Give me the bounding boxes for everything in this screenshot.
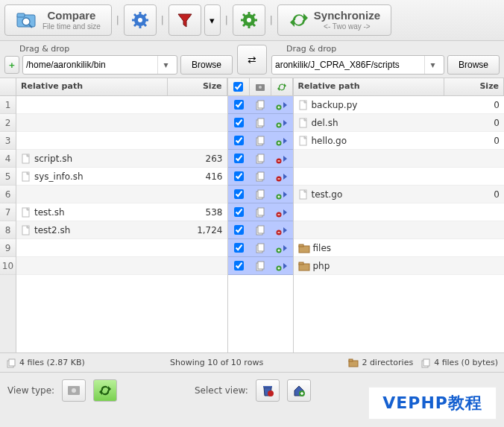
right-header-size[interactable]: Size: [444, 78, 504, 95]
right-path-combo[interactable]: ▾: [271, 55, 444, 75]
view-action-button[interactable]: [93, 379, 117, 402]
table-row[interactable]: hello.go0: [294, 132, 505, 150]
action-cell[interactable]: [271, 118, 293, 128]
select-delete-button[interactable]: [256, 379, 280, 402]
row-number[interactable]: 6: [0, 186, 16, 203]
filter-dropdown[interactable]: ▾: [204, 4, 221, 36]
table-row[interactable]: [16, 114, 227, 132]
view-type-label: View type:: [7, 385, 54, 396]
table-row[interactable]: [16, 132, 227, 150]
action-cell[interactable]: [271, 207, 293, 218]
row-include-checkbox[interactable]: [234, 136, 244, 145]
right-path-dropdown[interactable]: ▾: [424, 56, 441, 74]
compare-button[interactable]: Compare File time and size: [4, 4, 112, 36]
category-cell[interactable]: [250, 118, 271, 128]
row-include-checkbox[interactable]: [234, 189, 244, 199]
table-row[interactable]: [16, 96, 227, 114]
left-header-size[interactable]: Size: [168, 78, 227, 95]
filter-button[interactable]: [168, 4, 201, 36]
table-row[interactable]: backup.py0: [294, 96, 505, 114]
row-include-checkbox[interactable]: [234, 261, 244, 271]
table-row[interactable]: php: [294, 257, 505, 275]
left-path-combo[interactable]: ▾: [22, 55, 177, 75]
category-cell[interactable]: [250, 171, 271, 182]
add-left-path-button[interactable]: +: [4, 56, 19, 74]
row-include-checkbox[interactable]: [234, 225, 244, 235]
row-include-checkbox[interactable]: [234, 171, 244, 181]
right-browse-button[interactable]: Browse: [447, 55, 500, 75]
row-number[interactable]: 4: [0, 150, 16, 168]
action-cell[interactable]: [271, 189, 293, 200]
category-cell[interactable]: [250, 243, 271, 253]
svg-rect-52: [258, 226, 264, 233]
table-row[interactable]: [16, 186, 227, 203]
mid-header-category[interactable]: [250, 78, 271, 95]
svg-rect-49: [258, 208, 264, 215]
table-row[interactable]: [294, 203, 505, 221]
table-row[interactable]: test2.sh1,724: [16, 221, 227, 239]
file-name: test.go: [312, 189, 343, 200]
watermark: VEPHP教程: [368, 387, 497, 420]
row-number[interactable]: 7: [0, 203, 16, 221]
table-row[interactable]: files: [294, 239, 505, 257]
file-icon: [21, 225, 31, 235]
row-number[interactable]: 2: [0, 114, 16, 132]
category-cell[interactable]: [250, 100, 271, 110]
row-number[interactable]: 9: [0, 239, 16, 257]
table-row[interactable]: test.sh538: [16, 203, 227, 221]
table-row[interactable]: test.go0: [294, 186, 505, 203]
left-browse-button[interactable]: Browse: [180, 55, 233, 75]
table-row[interactable]: sys_info.sh416: [16, 168, 227, 186]
left-header-path[interactable]: Relative path: [16, 78, 168, 95]
view-category-button[interactable]: [62, 379, 86, 402]
right-header-path[interactable]: Relative path: [294, 78, 445, 95]
magnify-folder-icon: [16, 10, 38, 30]
row-number[interactable]: 10: [0, 257, 16, 275]
action-cell[interactable]: [271, 136, 293, 146]
action-row: [228, 150, 293, 168]
right-path-input[interactable]: [275, 60, 424, 70]
action-cell[interactable]: [271, 171, 293, 182]
compare-settings-button[interactable]: [124, 4, 157, 36]
table-row[interactable]: [294, 150, 505, 168]
category-cell[interactable]: [250, 189, 271, 200]
toolbar-sep-4: |: [268, 15, 274, 25]
action-cell[interactable]: [271, 243, 293, 253]
table-row[interactable]: [16, 257, 227, 275]
action-cell[interactable]: [271, 225, 293, 235]
table-row[interactable]: del.sh0: [294, 114, 505, 132]
row-number[interactable]: 1: [0, 96, 16, 114]
action-cell[interactable]: [271, 154, 293, 164]
row-number[interactable]: 5: [0, 168, 16, 186]
category-cell[interactable]: [250, 154, 271, 164]
row-include-checkbox[interactable]: [234, 207, 244, 217]
row-include-checkbox[interactable]: [234, 100, 244, 110]
action-cell[interactable]: [271, 261, 293, 271]
swap-sides-button[interactable]: ⇄: [237, 45, 267, 75]
sync-settings-button[interactable]: [233, 4, 265, 36]
table-row[interactable]: script.sh263: [16, 150, 227, 168]
left-path-input[interactable]: [26, 60, 157, 70]
left-path-dropdown[interactable]: ▾: [157, 56, 174, 74]
category-cell[interactable]: [250, 261, 271, 271]
synchronize-button[interactable]: Synchronize <- Two way ->: [277, 4, 391, 36]
table-row[interactable]: [16, 239, 227, 257]
category-cell[interactable]: [250, 207, 271, 218]
row-number[interactable]: 3: [0, 132, 16, 150]
category-cell[interactable]: [250, 136, 271, 146]
mid-header-check[interactable]: [228, 78, 250, 95]
table-row[interactable]: [294, 168, 505, 186]
select-add-button[interactable]: [287, 379, 311, 402]
svg-rect-40: [258, 154, 264, 162]
mid-header-action[interactable]: [271, 78, 293, 95]
category-cell[interactable]: [250, 225, 271, 235]
row-include-checkbox[interactable]: [234, 154, 244, 163]
sync-label: Synchronize <- Two way ->: [314, 10, 380, 31]
file-name: script.sh: [34, 154, 72, 164]
action-cell[interactable]: [271, 100, 293, 110]
table-row[interactable]: [294, 221, 505, 239]
row-include-checkbox[interactable]: [234, 118, 244, 127]
file-size: 0: [444, 189, 504, 200]
row-number[interactable]: 8: [0, 221, 16, 239]
row-include-checkbox[interactable]: [234, 243, 244, 253]
